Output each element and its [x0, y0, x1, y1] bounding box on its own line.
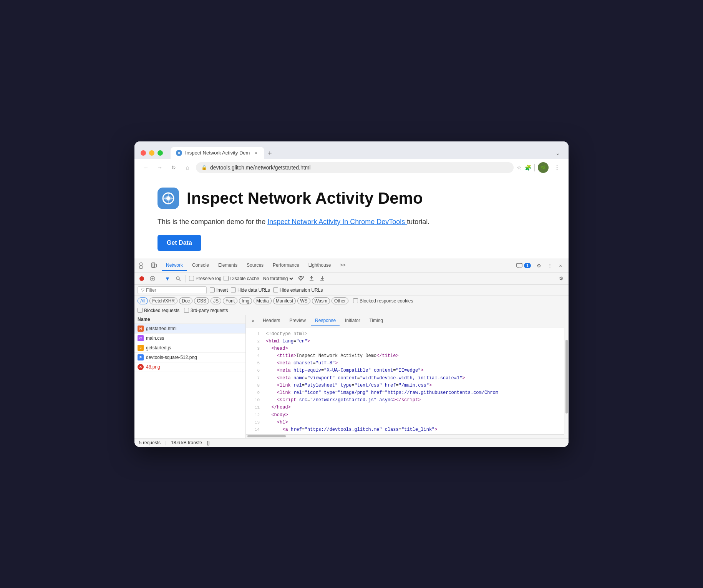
tab-performance[interactable]: Performance	[269, 260, 303, 271]
disable-cache-checkbox-group[interactable]: Disable cache	[224, 276, 259, 281]
response-close-button[interactable]: ×	[249, 317, 257, 325]
devtools-close-button[interactable]: ×	[555, 261, 565, 271]
throttle-select[interactable]: No throttling Fast 3G Slow 3G Offline	[262, 276, 294, 282]
devtools-tabs: Network Console Elements Sources Perform…	[134, 259, 569, 273]
vertical-scroll-thumb[interactable]	[565, 340, 568, 414]
browser-menu-button[interactable]: ⋮	[552, 162, 562, 173]
bookmark-icon[interactable]: ☆	[517, 164, 522, 171]
response-tab-initiator[interactable]: Initiator	[341, 316, 364, 326]
invert-checkbox-group[interactable]: Invert	[210, 287, 228, 293]
clear-button[interactable]	[148, 274, 157, 283]
close-button[interactable]	[141, 150, 146, 156]
blocked-requests-checkbox[interactable]	[138, 308, 143, 313]
tab-elements[interactable]: Elements	[214, 260, 241, 271]
reload-button[interactable]: ↻	[168, 162, 179, 173]
response-tab-timing[interactable]: Timing	[365, 316, 387, 326]
feedback-badge: 1	[524, 263, 531, 268]
filter-funnel-icon: ▽	[141, 287, 144, 293]
search-button[interactable]	[174, 274, 182, 283]
tab-more[interactable]: >>	[337, 260, 350, 271]
error-file-icon: ✕	[138, 364, 144, 370]
filter-manifest[interactable]: Manifest	[273, 297, 296, 304]
url-bar[interactable]: 🔒 devtools.glitch.me/network/getstarted.…	[196, 162, 514, 173]
file-item-main-css[interactable]: C main.css	[134, 334, 245, 343]
tab-dropdown-button[interactable]: ⌄	[553, 148, 562, 158]
devtools-device-icon[interactable]	[149, 261, 159, 271]
home-button[interactable]: ⌂	[182, 162, 193, 173]
tab-close-button[interactable]: ×	[253, 150, 259, 156]
horizontal-scrollbar[interactable]	[246, 434, 564, 438]
blocked-cookies-checkbox[interactable]	[353, 298, 358, 303]
preserve-log-checkbox[interactable]	[189, 276, 194, 281]
filter-fetch-xhr[interactable]: Fetch/XHR	[149, 297, 177, 304]
upload-icon[interactable]	[307, 274, 316, 283]
blocked-cookies-checkbox-group[interactable]: Blocked response cookies	[353, 298, 413, 304]
forward-button[interactable]: →	[154, 162, 165, 173]
tutorial-link[interactable]: Inspect Network Activity In Chrome DevTo…	[267, 218, 407, 226]
devtools-more-button[interactable]: ⋮	[545, 261, 555, 271]
filter-media[interactable]: Media	[254, 297, 272, 304]
page-header: Inspect Network Activity Demo	[158, 188, 545, 209]
preserve-log-checkbox-group[interactable]: Preserve log	[189, 276, 221, 281]
tab-lighthouse[interactable]: Lighthouse	[305, 260, 335, 271]
file-item-devtools-png[interactable]: P devtools-square-512.png	[134, 353, 245, 362]
filter-wasm[interactable]: Wasm	[312, 297, 330, 304]
file-item-getstarted-js[interactable]: J getstarted.js	[134, 343, 245, 353]
third-party-checkbox-group[interactable]: 3rd-party requests	[184, 308, 228, 313]
file-item-getstarted-html[interactable]: H getstarted.html	[134, 324, 245, 334]
png-file-icon: P	[138, 354, 144, 360]
blocked-requests-checkbox-group[interactable]: Blocked requests	[138, 308, 179, 313]
devtools-settings-button[interactable]: ⚙	[534, 261, 544, 271]
filter-button[interactable]: ▼	[163, 274, 172, 283]
filter-js[interactable]: JS	[211, 297, 221, 304]
svg-point-14	[300, 280, 301, 281]
disable-cache-checkbox[interactable]	[224, 276, 229, 281]
filter-all[interactable]: All	[138, 297, 148, 304]
preserve-log-label: Preserve log	[196, 276, 221, 281]
hide-data-urls-checkbox-group[interactable]: Hide data URLs	[231, 287, 270, 293]
new-tab-button[interactable]: +	[264, 148, 275, 159]
json-icon[interactable]: {}	[207, 440, 210, 445]
filter-ws[interactable]: WS	[297, 297, 310, 304]
filter-font[interactable]: Font	[223, 297, 237, 304]
extensions-icon[interactable]: 🧩	[525, 164, 531, 171]
code-line-7: 7 <meta name="viewport" content="width=d…	[246, 375, 564, 382]
vertical-scrollbar[interactable]	[564, 315, 569, 438]
tab-sources[interactable]: Sources	[243, 260, 267, 271]
invert-label: Invert	[216, 287, 228, 293]
record-button[interactable]	[138, 274, 146, 283]
page-content: Inspect Network Activity Demo This is th…	[134, 176, 569, 259]
response-tab-preview[interactable]: Preview	[285, 316, 310, 326]
response-tab-response[interactable]: Response	[311, 316, 340, 326]
filter-css[interactable]: CSS	[194, 297, 209, 304]
get-data-button[interactable]: Get Data	[158, 235, 201, 251]
back-button[interactable]: ←	[141, 162, 151, 173]
wifi-icon[interactable]	[297, 274, 305, 283]
download-icon[interactable]	[318, 274, 327, 283]
status-divider: |	[165, 440, 166, 445]
minimize-button[interactable]	[149, 150, 154, 156]
horizontal-scroll-thumb[interactable]	[247, 435, 286, 437]
filter-doc[interactable]: Doc	[179, 297, 192, 304]
network-settings-button[interactable]: ⚙	[557, 274, 565, 283]
tab-network[interactable]: Network	[162, 260, 187, 271]
hide-ext-urls-checkbox-group[interactable]: Hide extension URLs	[273, 287, 323, 293]
filter-other[interactable]: Other	[332, 297, 348, 304]
devtools-inspect-icon[interactable]	[138, 261, 148, 271]
feedback-icon[interactable]: 1	[514, 263, 533, 268]
file-item-48-png[interactable]: ✕ 48.png	[134, 362, 245, 372]
filter-img[interactable]: Img	[239, 297, 252, 304]
invert-checkbox[interactable]	[210, 287, 215, 292]
browser-tab[interactable]: Inspect Network Activity Dem ×	[171, 147, 264, 159]
third-party-checkbox[interactable]	[184, 308, 189, 313]
maximize-button[interactable]	[158, 150, 163, 156]
code-view[interactable]: 1 <!doctype html> 2 <html lang="en"> 3 <…	[246, 327, 564, 434]
browser-window: Inspect Network Activity Dem × + ⌄ ← → ↻…	[134, 141, 569, 447]
hide-data-urls-checkbox[interactable]	[231, 287, 236, 292]
response-tab-headers[interactable]: Headers	[259, 316, 284, 326]
tab-console[interactable]: Console	[188, 260, 213, 271]
code-line-14: 14 <a href="https://devtools.glitch.me" …	[246, 426, 564, 434]
profile-icon[interactable]: 🌿	[538, 162, 549, 173]
hide-ext-urls-checkbox[interactable]	[273, 287, 278, 292]
filter-input[interactable]	[146, 287, 200, 293]
